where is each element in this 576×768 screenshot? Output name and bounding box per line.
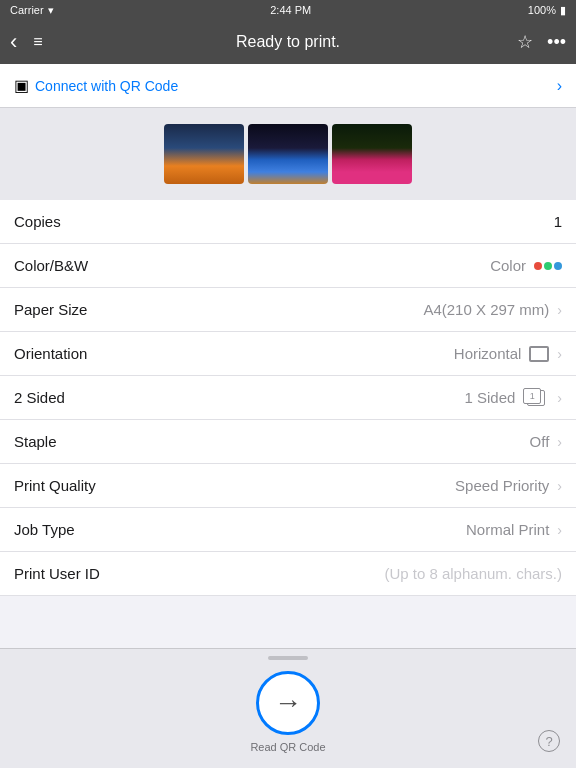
nav-right: ☆ ••• [517, 31, 566, 53]
2sided-value: 1 Sided [464, 389, 515, 406]
settings-row-print-quality[interactable]: Print Quality Speed Priority › [0, 464, 576, 508]
page-title: Ready to print. [236, 33, 340, 51]
color-dots-icon [534, 262, 562, 270]
star-button[interactable]: ☆ [517, 31, 533, 53]
battery-label: 100% [528, 4, 556, 16]
back-button[interactable]: ‹ [10, 29, 17, 55]
orientation-icon [529, 346, 549, 362]
bottom-area: → Read QR Code ? [0, 648, 576, 768]
settings-row-staple[interactable]: Staple Off › [0, 420, 576, 464]
color-value-area: Color [154, 257, 562, 274]
settings-row-color[interactable]: Color/B&W Color [0, 244, 576, 288]
user-id-label: Print User ID [14, 565, 154, 582]
orientation-label: Orientation [14, 345, 154, 362]
print-quality-label: Print Quality [14, 477, 154, 494]
job-type-chevron: › [557, 522, 562, 538]
help-button[interactable]: ? [538, 730, 560, 752]
user-id-placeholder: (Up to 8 alphanum. chars.) [384, 565, 562, 582]
staple-value-area: Off › [154, 433, 562, 450]
job-type-value-area: Normal Print › [154, 521, 562, 538]
qr-banner[interactable]: ▣ Connect with QR Code › [0, 64, 576, 108]
green-dot [544, 262, 552, 270]
settings-row-orientation[interactable]: Orientation Horizontal › [0, 332, 576, 376]
qr-banner-content: ▣ Connect with QR Code [14, 76, 178, 95]
thumbnail-cityscape [164, 124, 244, 184]
status-left: Carrier ▾ [10, 4, 54, 17]
settings-row-copies[interactable]: Copies 1 [0, 200, 576, 244]
read-qr-label: Read QR Code [250, 741, 325, 753]
settings-row-paper-size[interactable]: Paper Size A4(210 X 297 mm) › [0, 288, 576, 332]
qr-button-container: → Read QR Code [250, 663, 325, 753]
sided-front-card: 1 [523, 388, 541, 404]
image-strip [0, 108, 576, 200]
qr-code-icon: ▣ [14, 76, 29, 95]
nav-bar: ‹ ≡ Ready to print. ☆ ••• [0, 20, 576, 64]
staple-label: Staple [14, 433, 154, 450]
paper-size-label: Paper Size [14, 301, 154, 318]
thumbnail-ferris [248, 124, 328, 184]
more-button[interactable]: ••• [547, 32, 566, 53]
orientation-chevron: › [557, 346, 562, 362]
settings-row-user-id[interactable]: Print User ID (Up to 8 alphanum. chars.) [0, 552, 576, 596]
copies-value: 1 [554, 213, 562, 230]
qr-banner-chevron: › [557, 77, 562, 95]
read-qr-button[interactable]: → [256, 671, 320, 735]
sided-icon: 1 [523, 388, 549, 408]
copies-value-area: 1 [154, 213, 562, 230]
orientation-value: Horizontal [454, 345, 522, 362]
arrow-right-icon: → [274, 687, 302, 719]
2sided-chevron: › [557, 390, 562, 406]
paper-size-value-area: A4(210 X 297 mm) › [154, 301, 562, 318]
settings-row-job-type[interactable]: Job Type Normal Print › [0, 508, 576, 552]
nav-left: ‹ ≡ [10, 29, 43, 55]
color-label: Color/B&W [14, 257, 154, 274]
settings-row-2sided[interactable]: 2 Sided 1 Sided 1 › [0, 376, 576, 420]
pull-handle [268, 656, 308, 660]
2sided-label: 2 Sided [14, 389, 154, 406]
red-dot [534, 262, 542, 270]
paper-size-chevron: › [557, 302, 562, 318]
staple-value: Off [530, 433, 550, 450]
copies-label: Copies [14, 213, 154, 230]
orientation-value-area: Horizontal › [154, 345, 562, 362]
staple-chevron: › [557, 434, 562, 450]
color-value: Color [490, 257, 526, 274]
status-right: 100% ▮ [528, 4, 566, 17]
wifi-icon: ▾ [48, 4, 54, 17]
user-id-value-area: (Up to 8 alphanum. chars.) [154, 565, 562, 582]
settings-table: Copies 1 Color/B&W Color Paper Size A4(2… [0, 200, 576, 596]
print-quality-chevron: › [557, 478, 562, 494]
paper-size-value: A4(210 X 297 mm) [423, 301, 549, 318]
print-quality-value-area: Speed Priority › [154, 477, 562, 494]
carrier-label: Carrier [10, 4, 44, 16]
print-quality-value: Speed Priority [455, 477, 549, 494]
bottom-divider [0, 648, 576, 649]
status-bar: Carrier ▾ 2:44 PM 100% ▮ [0, 0, 576, 20]
blue-dot [554, 262, 562, 270]
job-type-value: Normal Print [466, 521, 549, 538]
battery-icon: ▮ [560, 4, 566, 17]
qr-banner-text: Connect with QR Code [35, 78, 178, 94]
status-time: 2:44 PM [270, 4, 311, 16]
job-type-label: Job Type [14, 521, 154, 538]
thumbnail-flower [332, 124, 412, 184]
2sided-value-area: 1 Sided 1 › [154, 388, 562, 408]
menu-button[interactable]: ≡ [33, 34, 42, 50]
